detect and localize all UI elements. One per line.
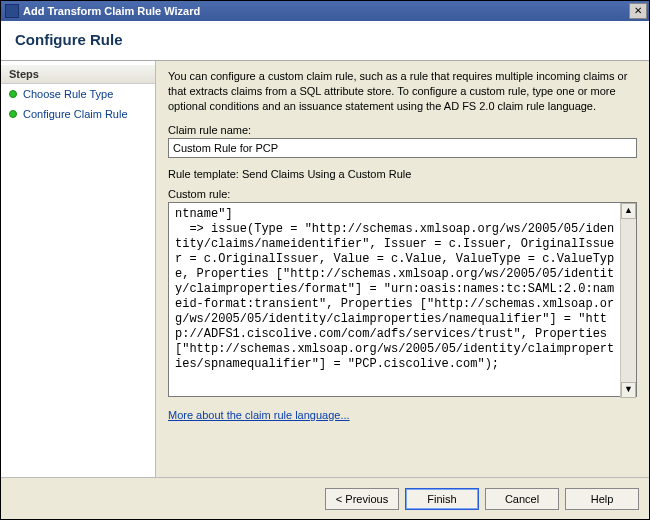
close-button[interactable]: ✕	[629, 3, 647, 19]
step-label: Choose Rule Type	[23, 88, 113, 100]
footer: < Previous Finish Cancel Help	[1, 477, 649, 519]
description-text: You can configure a custom claim rule, s…	[168, 69, 637, 114]
page-title: Configure Rule	[15, 31, 635, 48]
app-icon	[5, 4, 19, 18]
previous-button[interactable]: < Previous	[325, 488, 399, 510]
main-panel: You can configure a custom claim rule, s…	[156, 61, 649, 477]
scroll-track[interactable]	[621, 219, 636, 382]
window-title: Add Transform Claim Rule Wizard	[23, 5, 629, 17]
custom-rule-wrapper: ntname"] => issue(Type = "http://schemas…	[168, 202, 637, 399]
scroll-down-button[interactable]: ▼	[621, 382, 636, 398]
titlebar: Add Transform Claim Rule Wizard ✕	[1, 1, 649, 21]
cancel-button[interactable]: Cancel	[485, 488, 559, 510]
header: Configure Rule	[1, 21, 649, 61]
help-button[interactable]: Help	[565, 488, 639, 510]
finish-button[interactable]: Finish	[405, 488, 479, 510]
step-label: Configure Claim Rule	[23, 108, 128, 120]
learn-more-link[interactable]: More about the claim rule language...	[168, 409, 637, 421]
body: Steps Choose Rule Type Configure Claim R…	[1, 61, 649, 477]
step-configure-claim-rule[interactable]: Configure Claim Rule	[1, 104, 155, 124]
wizard-window: Add Transform Claim Rule Wizard ✕ Config…	[0, 0, 650, 520]
custom-rule-textarea[interactable]: ntname"] => issue(Type = "http://schemas…	[168, 202, 637, 397]
scrollbar[interactable]: ▲ ▼	[620, 203, 636, 398]
sidebar: Steps Choose Rule Type Configure Claim R…	[1, 61, 156, 477]
step-choose-rule-type[interactable]: Choose Rule Type	[1, 84, 155, 104]
claim-rule-name-label: Claim rule name:	[168, 124, 637, 136]
scroll-up-button[interactable]: ▲	[621, 203, 636, 219]
status-dot-icon	[9, 90, 17, 98]
custom-rule-label: Custom rule:	[168, 188, 637, 200]
rule-template-text: Rule template: Send Claims Using a Custo…	[168, 168, 637, 180]
status-dot-icon	[9, 110, 17, 118]
claim-rule-name-input[interactable]	[168, 138, 637, 158]
steps-heading: Steps	[1, 65, 155, 84]
